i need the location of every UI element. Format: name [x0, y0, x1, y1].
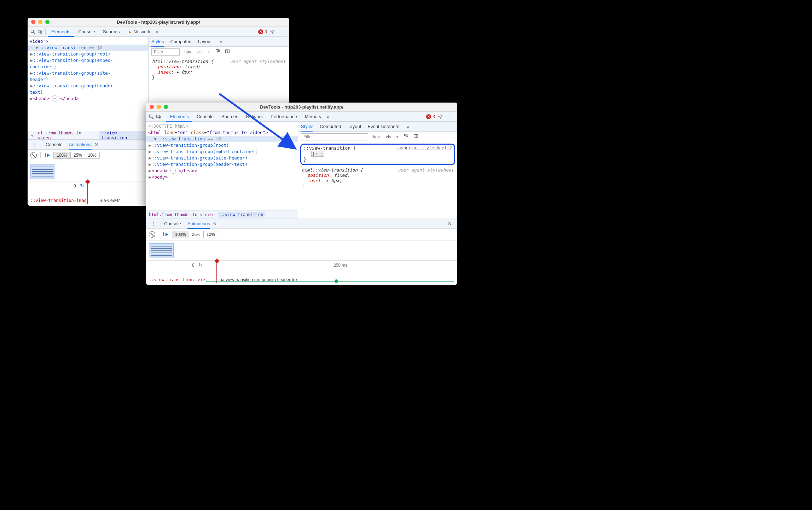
dom-tree[interactable]: <!DOCTYPE html> <html lang="en" class="f… [146, 122, 298, 210]
tab-network[interactable]: Network [243, 112, 267, 122]
prop-value[interactable]: ▸ 0px; [176, 69, 192, 75]
ellipsis-icon[interactable]: ⋯ [170, 168, 176, 174]
animation-thumbnails[interactable] [146, 240, 457, 260]
tab-memory[interactable]: Memory [301, 112, 325, 122]
settings-gear-icon[interactable] [268, 29, 277, 34]
prop-name[interactable]: position [158, 64, 179, 69]
titlebar[interactable]: DevTools - http203-playlist.netlify.app/ [28, 18, 289, 27]
expand-arrow-icon[interactable]: ▶ [30, 51, 33, 57]
dom-node[interactable]: ▶::view-transition-group(root) [28, 51, 148, 57]
subtab-computed[interactable]: Computed [170, 39, 191, 44]
expand-arrow-icon[interactable]: ▼ [153, 136, 157, 142]
expand-arrow-icon[interactable]: ▶ [148, 168, 152, 174]
breadcrumb-item-selected[interactable]: ::view-transition [218, 212, 266, 218]
dom-node[interactable]: ▶::view-transition-group(header- [28, 83, 148, 89]
drawer-menu-icon[interactable]: ⋮ [30, 142, 39, 147]
subtab-computed[interactable]: Computed [320, 124, 341, 129]
stylesheet-source-link[interactable]: inspector-stylesheet:2 [396, 145, 452, 150]
speed-100[interactable]: 100% [54, 152, 71, 158]
prop-name[interactable]: inset [307, 178, 321, 183]
expand-arrow-icon[interactable]: ▶ [30, 57, 33, 64]
track-bar[interactable] [206, 281, 454, 282]
dom-tree[interactable]: video"> ⋯ ▼ ::view-transition == $0 ▶::v… [28, 37, 148, 131]
speed-segmented[interactable]: 100% 25% 10% [53, 152, 100, 159]
dom-node-head[interactable]: ▶<head> ⋯ </head> [28, 95, 148, 102]
dom-node[interactable]: ▶::view-transition-group(site- [28, 70, 148, 76]
breadcrumb-item[interactable]: nl.from-thumbs.to-video [38, 131, 94, 139]
dom-node[interactable]: ▶::view-transition-group(embed-container… [146, 149, 298, 155]
settings-gear-icon[interactable] [436, 114, 445, 119]
minimize-dot-icon[interactable] [157, 105, 161, 109]
timeline-refresh-icon[interactable]: ↻ [80, 183, 84, 189]
more-menu-icon[interactable]: ⋮ [278, 29, 287, 34]
subtab-styles[interactable]: Styles [151, 37, 164, 47]
clear-icon[interactable] [149, 231, 155, 238]
close-dot-icon[interactable] [150, 105, 154, 109]
css-rule[interactable]: user agent stylesheet html::view-transit… [149, 57, 289, 81]
animation-thumb[interactable] [30, 164, 55, 179]
dom-node-body[interactable]: ▶<body> [146, 174, 298, 180]
prop-name[interactable]: inset [158, 69, 171, 75]
speed-segmented[interactable]: 100% 25% 10% [172, 231, 218, 238]
more-menu-icon[interactable]: ⋮ [446, 114, 455, 119]
breadcrumb[interactable]: html.from-thumbs.to-video ::view-transit… [146, 210, 298, 219]
subtab-layout[interactable]: Layout [198, 39, 211, 44]
prop-value[interactable]: ▸ 0px; [326, 178, 342, 183]
expand-arrow-icon[interactable]: ▶ [148, 142, 152, 149]
maximize-dot-icon[interactable] [45, 20, 50, 24]
cls-toggle[interactable]: .cls [383, 134, 393, 139]
tab-elements[interactable]: Elements [48, 27, 74, 37]
timeline-refresh-icon[interactable]: ↻ [198, 262, 203, 268]
tab-console[interactable]: Console [75, 27, 99, 37]
tabs-overflow-icon[interactable]: » [155, 29, 160, 34]
animations-timeline[interactable]: 0 ↻ 250 ms ::view-transition::vie -ua-vi… [146, 260, 457, 285]
drawer-menu-icon[interactable]: ⋮ [149, 221, 158, 226]
subtabs-overflow-icon[interactable]: » [218, 39, 223, 44]
dom-node[interactable]: ▶::view-transition-group(site-header) [146, 155, 298, 161]
subtab-styles[interactable]: Styles [301, 122, 313, 132]
cls-toggle[interactable]: .cls [195, 50, 204, 54]
breadcrumb[interactable]: ◂ nl.from-thumbs.to-video ::view-transit… [28, 131, 148, 139]
expand-arrow-icon[interactable]: ▶ [148, 161, 152, 168]
speed-25[interactable]: 25% [71, 152, 85, 158]
expand-arrow-icon[interactable]: ▶ [148, 174, 152, 180]
new-rule-button[interactable]: + [395, 134, 400, 139]
breadcrumb-back-icon[interactable]: ◂ [30, 133, 33, 138]
tab-performance[interactable]: Performance [267, 112, 300, 122]
inspect-icon[interactable] [30, 27, 36, 37]
css-rule[interactable]: user agent stylesheet html::view-transit… [298, 166, 457, 190]
paint-icon[interactable] [402, 134, 410, 140]
pause-play-icon[interactable] [44, 153, 50, 158]
clear-icon[interactable] [30, 152, 37, 158]
tab-console[interactable]: Console [193, 112, 217, 122]
prop-name[interactable]: position [307, 173, 329, 178]
ellipsis-icon[interactable]: ⋯ [52, 95, 58, 102]
error-count-badge[interactable]: ✕3 [258, 29, 267, 34]
animation-thumb[interactable] [149, 243, 174, 258]
styles-filter-input[interactable]: Filter [151, 48, 180, 56]
styles-filter-input[interactable]: Filter [301, 133, 368, 140]
dom-node-selected[interactable]: ⋯ ▼ ::view-transition == $0 [28, 45, 148, 51]
drawer-tab-animations[interactable]: Animations [187, 219, 210, 229]
subtab-layout[interactable]: Layout [347, 124, 361, 129]
prop-value[interactable]: fixed; [184, 64, 200, 69]
maximize-dot-icon[interactable] [164, 105, 168, 109]
dom-node-html[interactable]: <html lang="en" class="from-thumbs to-vi… [146, 129, 298, 136]
dom-node[interactable]: ▶::view-transition-group(header-text) [146, 161, 298, 168]
expand-arrow-icon[interactable]: ▶ [148, 149, 152, 155]
prop-value[interactable]: fixed; [334, 173, 350, 178]
tab-elements[interactable]: Elements [166, 112, 192, 122]
speed-10[interactable]: 10% [204, 231, 218, 238]
subtab-event-listeners[interactable]: Event Listeners [367, 124, 399, 129]
expand-arrow-icon[interactable]: ▶ [148, 155, 152, 161]
minimize-dot-icon[interactable] [38, 20, 42, 24]
tabs-overflow-icon[interactable]: » [326, 114, 331, 119]
drawer-close-icon[interactable]: ✕ [445, 221, 454, 226]
expand-arrow-icon[interactable]: ▶ [30, 70, 33, 76]
drawer-tab-close-icon[interactable]: ✕ [213, 221, 217, 226]
breadcrumb-item[interactable]: html.from-thumbs.to-video [149, 212, 213, 217]
subtabs-overflow-icon[interactable]: » [406, 124, 411, 129]
breadcrumb-item-selected[interactable]: ::view-transition [99, 131, 145, 139]
device-toggle-icon[interactable] [37, 27, 43, 37]
close-dot-icon[interactable] [31, 20, 35, 24]
